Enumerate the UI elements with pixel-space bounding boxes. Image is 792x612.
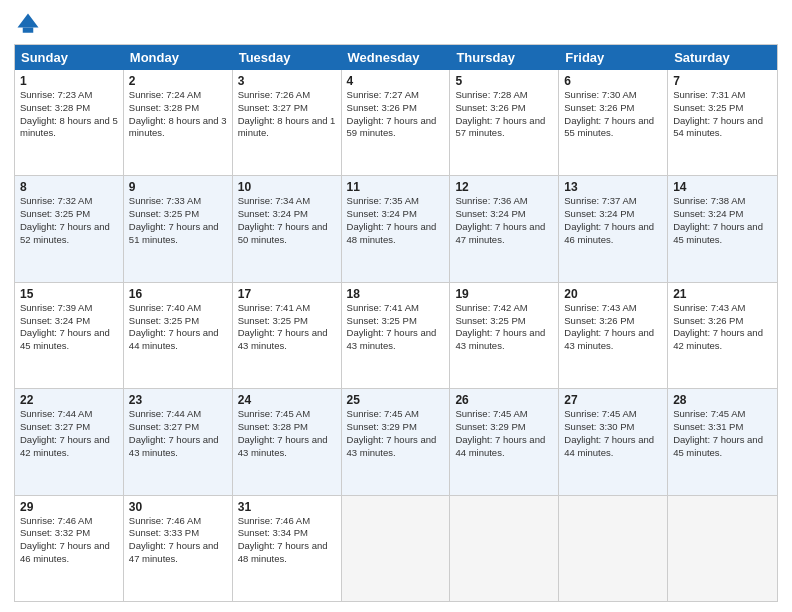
day-info: Sunrise: 7:43 AM Sunset: 3:26 PM Dayligh… xyxy=(564,302,662,353)
calendar-cell: 15Sunrise: 7:39 AM Sunset: 3:24 PM Dayli… xyxy=(15,283,124,388)
day-number: 5 xyxy=(455,74,553,88)
calendar-cell: 28Sunrise: 7:45 AM Sunset: 3:31 PM Dayli… xyxy=(668,389,777,494)
day-info: Sunrise: 7:34 AM Sunset: 3:24 PM Dayligh… xyxy=(238,195,336,246)
day-info: Sunrise: 7:45 AM Sunset: 3:31 PM Dayligh… xyxy=(673,408,772,459)
header-day: Wednesday xyxy=(342,45,451,70)
day-info: Sunrise: 7:44 AM Sunset: 3:27 PM Dayligh… xyxy=(20,408,118,459)
day-number: 7 xyxy=(673,74,772,88)
calendar-cell: 23Sunrise: 7:44 AM Sunset: 3:27 PM Dayli… xyxy=(124,389,233,494)
calendar-cell: 1Sunrise: 7:23 AM Sunset: 3:28 PM Daylig… xyxy=(15,70,124,175)
day-info: Sunrise: 7:28 AM Sunset: 3:26 PM Dayligh… xyxy=(455,89,553,140)
day-number: 31 xyxy=(238,500,336,514)
calendar-cell: 7Sunrise: 7:31 AM Sunset: 3:25 PM Daylig… xyxy=(668,70,777,175)
day-info: Sunrise: 7:24 AM Sunset: 3:28 PM Dayligh… xyxy=(129,89,227,140)
day-number: 23 xyxy=(129,393,227,407)
page: SundayMondayTuesdayWednesdayThursdayFrid… xyxy=(0,0,792,612)
header-day: Friday xyxy=(559,45,668,70)
header-day: Saturday xyxy=(668,45,777,70)
day-number: 12 xyxy=(455,180,553,194)
day-number: 2 xyxy=(129,74,227,88)
calendar-cell: 2Sunrise: 7:24 AM Sunset: 3:28 PM Daylig… xyxy=(124,70,233,175)
day-info: Sunrise: 7:45 AM Sunset: 3:29 PM Dayligh… xyxy=(347,408,445,459)
calendar-cell: 11Sunrise: 7:35 AM Sunset: 3:24 PM Dayli… xyxy=(342,176,451,281)
day-number: 1 xyxy=(20,74,118,88)
calendar-cell: 10Sunrise: 7:34 AM Sunset: 3:24 PM Dayli… xyxy=(233,176,342,281)
day-info: Sunrise: 7:31 AM Sunset: 3:25 PM Dayligh… xyxy=(673,89,772,140)
calendar-cell xyxy=(668,496,777,601)
day-number: 19 xyxy=(455,287,553,301)
day-number: 13 xyxy=(564,180,662,194)
calendar-row: 8Sunrise: 7:32 AM Sunset: 3:25 PM Daylig… xyxy=(15,175,777,281)
day-info: Sunrise: 7:45 AM Sunset: 3:29 PM Dayligh… xyxy=(455,408,553,459)
calendar-cell: 21Sunrise: 7:43 AM Sunset: 3:26 PM Dayli… xyxy=(668,283,777,388)
day-number: 14 xyxy=(673,180,772,194)
calendar-row: 15Sunrise: 7:39 AM Sunset: 3:24 PM Dayli… xyxy=(15,282,777,388)
day-number: 27 xyxy=(564,393,662,407)
day-number: 29 xyxy=(20,500,118,514)
day-number: 24 xyxy=(238,393,336,407)
calendar-cell: 19Sunrise: 7:42 AM Sunset: 3:25 PM Dayli… xyxy=(450,283,559,388)
day-number: 11 xyxy=(347,180,445,194)
day-number: 15 xyxy=(20,287,118,301)
day-number: 26 xyxy=(455,393,553,407)
calendar-cell: 22Sunrise: 7:44 AM Sunset: 3:27 PM Dayli… xyxy=(15,389,124,494)
day-info: Sunrise: 7:46 AM Sunset: 3:33 PM Dayligh… xyxy=(129,515,227,566)
calendar-cell: 14Sunrise: 7:38 AM Sunset: 3:24 PM Dayli… xyxy=(668,176,777,281)
calendar: SundayMondayTuesdayWednesdayThursdayFrid… xyxy=(14,44,778,602)
day-info: Sunrise: 7:41 AM Sunset: 3:25 PM Dayligh… xyxy=(238,302,336,353)
day-number: 22 xyxy=(20,393,118,407)
logo xyxy=(14,10,46,38)
day-info: Sunrise: 7:46 AM Sunset: 3:34 PM Dayligh… xyxy=(238,515,336,566)
calendar-cell: 20Sunrise: 7:43 AM Sunset: 3:26 PM Dayli… xyxy=(559,283,668,388)
calendar-row: 22Sunrise: 7:44 AM Sunset: 3:27 PM Dayli… xyxy=(15,388,777,494)
day-number: 16 xyxy=(129,287,227,301)
day-info: Sunrise: 7:43 AM Sunset: 3:26 PM Dayligh… xyxy=(673,302,772,353)
day-number: 8 xyxy=(20,180,118,194)
calendar-cell: 17Sunrise: 7:41 AM Sunset: 3:25 PM Dayli… xyxy=(233,283,342,388)
header xyxy=(14,10,778,38)
calendar-cell: 5Sunrise: 7:28 AM Sunset: 3:26 PM Daylig… xyxy=(450,70,559,175)
day-number: 17 xyxy=(238,287,336,301)
header-day: Monday xyxy=(124,45,233,70)
calendar-cell: 27Sunrise: 7:45 AM Sunset: 3:30 PM Dayli… xyxy=(559,389,668,494)
day-info: Sunrise: 7:30 AM Sunset: 3:26 PM Dayligh… xyxy=(564,89,662,140)
day-info: Sunrise: 7:44 AM Sunset: 3:27 PM Dayligh… xyxy=(129,408,227,459)
calendar-cell: 4Sunrise: 7:27 AM Sunset: 3:26 PM Daylig… xyxy=(342,70,451,175)
calendar-cell xyxy=(450,496,559,601)
day-number: 9 xyxy=(129,180,227,194)
calendar-cell: 25Sunrise: 7:45 AM Sunset: 3:29 PM Dayli… xyxy=(342,389,451,494)
calendar-cell: 30Sunrise: 7:46 AM Sunset: 3:33 PM Dayli… xyxy=(124,496,233,601)
day-number: 18 xyxy=(347,287,445,301)
header-day: Sunday xyxy=(15,45,124,70)
logo-icon xyxy=(14,10,42,38)
day-info: Sunrise: 7:46 AM Sunset: 3:32 PM Dayligh… xyxy=(20,515,118,566)
day-number: 30 xyxy=(129,500,227,514)
day-info: Sunrise: 7:45 AM Sunset: 3:30 PM Dayligh… xyxy=(564,408,662,459)
day-number: 3 xyxy=(238,74,336,88)
calendar-cell: 6Sunrise: 7:30 AM Sunset: 3:26 PM Daylig… xyxy=(559,70,668,175)
day-info: Sunrise: 7:38 AM Sunset: 3:24 PM Dayligh… xyxy=(673,195,772,246)
day-number: 4 xyxy=(347,74,445,88)
svg-rect-1 xyxy=(23,28,34,33)
calendar-cell: 24Sunrise: 7:45 AM Sunset: 3:28 PM Dayli… xyxy=(233,389,342,494)
calendar-body: 1Sunrise: 7:23 AM Sunset: 3:28 PM Daylig… xyxy=(15,70,777,601)
calendar-cell: 18Sunrise: 7:41 AM Sunset: 3:25 PM Dayli… xyxy=(342,283,451,388)
day-number: 6 xyxy=(564,74,662,88)
day-info: Sunrise: 7:36 AM Sunset: 3:24 PM Dayligh… xyxy=(455,195,553,246)
calendar-cell xyxy=(342,496,451,601)
calendar-cell: 3Sunrise: 7:26 AM Sunset: 3:27 PM Daylig… xyxy=(233,70,342,175)
day-info: Sunrise: 7:35 AM Sunset: 3:24 PM Dayligh… xyxy=(347,195,445,246)
day-info: Sunrise: 7:23 AM Sunset: 3:28 PM Dayligh… xyxy=(20,89,118,140)
header-day: Thursday xyxy=(450,45,559,70)
calendar-header: SundayMondayTuesdayWednesdayThursdayFrid… xyxy=(15,45,777,70)
calendar-cell: 31Sunrise: 7:46 AM Sunset: 3:34 PM Dayli… xyxy=(233,496,342,601)
day-info: Sunrise: 7:33 AM Sunset: 3:25 PM Dayligh… xyxy=(129,195,227,246)
calendar-cell: 26Sunrise: 7:45 AM Sunset: 3:29 PM Dayli… xyxy=(450,389,559,494)
calendar-cell: 9Sunrise: 7:33 AM Sunset: 3:25 PM Daylig… xyxy=(124,176,233,281)
day-number: 21 xyxy=(673,287,772,301)
day-info: Sunrise: 7:32 AM Sunset: 3:25 PM Dayligh… xyxy=(20,195,118,246)
calendar-cell: 16Sunrise: 7:40 AM Sunset: 3:25 PM Dayli… xyxy=(124,283,233,388)
day-info: Sunrise: 7:26 AM Sunset: 3:27 PM Dayligh… xyxy=(238,89,336,140)
day-number: 25 xyxy=(347,393,445,407)
day-info: Sunrise: 7:39 AM Sunset: 3:24 PM Dayligh… xyxy=(20,302,118,353)
